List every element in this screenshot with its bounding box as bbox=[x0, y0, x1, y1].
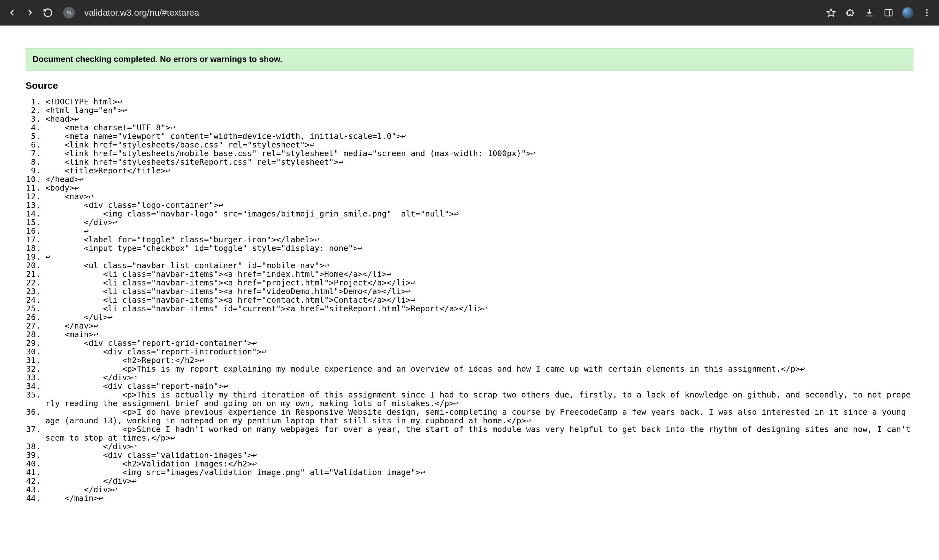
toolbar-right bbox=[825, 7, 933, 18]
source-line: <p>This is actually my third iteration o… bbox=[45, 391, 913, 408]
source-heading: Source bbox=[26, 80, 913, 91]
downloads-icon[interactable] bbox=[864, 7, 875, 18]
source-line: <img src="images/validation_image.png" a… bbox=[45, 468, 913, 477]
address-bar[interactable]: validator.w3.org/nu/#textarea bbox=[81, 8, 819, 18]
source-line: <h2>Report:</h2>↩ bbox=[45, 356, 913, 365]
source-line: </ul>↩ bbox=[45, 313, 913, 322]
source-line: <link href="stylesheets/mobile_base.css"… bbox=[45, 149, 913, 158]
extensions-icon[interactable] bbox=[845, 7, 856, 18]
source-line: <nav>↩ bbox=[45, 192, 913, 201]
source-line: </nav>↩ bbox=[45, 322, 913, 330]
source-line: <main>↩ bbox=[45, 330, 913, 339]
back-button[interactable] bbox=[6, 7, 18, 18]
source-line: <div class="logo-container">↩ bbox=[45, 201, 913, 209]
source-line: <head>↩ bbox=[45, 115, 913, 123]
svg-point-3 bbox=[926, 9, 928, 11]
site-info-icon[interactable] bbox=[63, 7, 75, 18]
source-code-list: <!DOCTYPE html>↩<html lang="en">↩<head>↩… bbox=[26, 97, 913, 503]
source-line: <p>This is my report explaining my modul… bbox=[45, 365, 913, 373]
source-line: <body>↩ bbox=[45, 183, 913, 192]
forward-button[interactable] bbox=[24, 7, 36, 18]
source-line: <li class="navbar-items" id="current"><a… bbox=[45, 304, 913, 313]
source-line: </div>↩ bbox=[45, 485, 913, 494]
source-line: <label for="toggle" class="burger-icon">… bbox=[45, 235, 913, 244]
source-line: <link href="stylesheets/siteReport.css" … bbox=[45, 158, 913, 166]
source-line: </div>↩ bbox=[45, 442, 913, 451]
nav-buttons bbox=[6, 7, 54, 18]
svg-point-1 bbox=[70, 14, 71, 14]
bookmark-star-icon[interactable] bbox=[825, 7, 837, 18]
source-line: <div class="report-main">↩ bbox=[45, 382, 913, 391]
source-line: <li class="navbar-items"><a href="videoD… bbox=[45, 287, 913, 295]
profile-avatar[interactable] bbox=[902, 7, 913, 18]
reload-button[interactable] bbox=[42, 7, 54, 18]
source-line: <!DOCTYPE html>↩ bbox=[45, 97, 913, 106]
source-line: <img class="navbar-logo" src="images/bit… bbox=[45, 209, 913, 218]
source-line: <html lang="en">↩ bbox=[45, 106, 913, 115]
source-line: </main>↩ bbox=[45, 494, 913, 503]
svg-point-5 bbox=[926, 15, 928, 16]
source-line: <ul class="navbar-list-container" id="mo… bbox=[45, 261, 913, 270]
source-line: <li class="navbar-items"><a href="contac… bbox=[45, 295, 913, 304]
source-line: <div class="report-introduction">↩ bbox=[45, 348, 913, 356]
browser-toolbar: validator.w3.org/nu/#textarea bbox=[0, 0, 939, 26]
source-line: <title>Report</title>↩ bbox=[45, 166, 913, 175]
source-line: <meta name="viewport" content="width=dev… bbox=[45, 132, 913, 140]
source-line: <p>Since I hadn't worked on many webpage… bbox=[45, 425, 913, 442]
svg-point-4 bbox=[926, 12, 928, 14]
validation-success-banner: Document checking completed. No errors o… bbox=[26, 48, 913, 71]
source-line: <li class="navbar-items"><a href="index.… bbox=[45, 270, 913, 278]
svg-rect-2 bbox=[885, 9, 892, 16]
source-line: ↩ bbox=[45, 252, 913, 261]
source-line: <h2>Validation Images:</h2>↩ bbox=[45, 459, 913, 468]
source-line: <p>I do have previous experience in Resp… bbox=[45, 408, 913, 425]
source-line: <meta charset="UTF-8">↩ bbox=[45, 123, 913, 132]
source-line: </head>↩ bbox=[45, 175, 913, 183]
source-line: </div>↩ bbox=[45, 373, 913, 382]
page-content: Document checking completed. No errors o… bbox=[0, 48, 939, 528]
source-line: <div class="report-grid-container">↩ bbox=[45, 339, 913, 348]
kebab-menu-icon[interactable] bbox=[921, 7, 933, 18]
source-line: </div>↩ bbox=[45, 477, 913, 485]
source-line: <input type="checkbox" id="toggle" style… bbox=[45, 244, 913, 252]
svg-point-0 bbox=[67, 11, 68, 12]
source-line: <link href="stylesheets/base.css" rel="s… bbox=[45, 140, 913, 149]
source-line: </div>↩ bbox=[45, 218, 913, 227]
source-line: <li class="navbar-items"><a href="projec… bbox=[45, 278, 913, 287]
source-line: ↩ bbox=[45, 227, 913, 235]
source-line: <div class="validation-images">↩ bbox=[45, 451, 913, 459]
sidepanel-icon[interactable] bbox=[883, 7, 894, 18]
